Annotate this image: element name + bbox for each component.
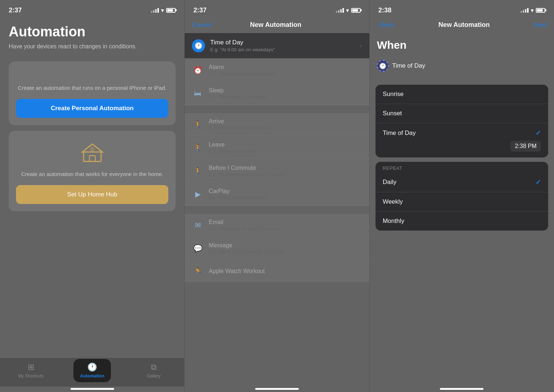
list-item-message[interactable]: 💬 Message E.g. "When I get a message fro… bbox=[185, 237, 369, 260]
workout-title: Apple Watch Workout bbox=[209, 268, 355, 275]
repeat-weekly[interactable]: Weekly bbox=[376, 192, 548, 212]
back-button[interactable]: ‹ Back bbox=[377, 21, 394, 29]
chevron-icon-email: › bbox=[360, 222, 362, 228]
list-item-carplay[interactable]: ▶ CarPlay E.g. "When CarPlay connects" › bbox=[185, 183, 369, 206]
signal-icon-3 bbox=[521, 8, 529, 13]
automation-list: 🕐 Time of Day E.g. "At 8:00 am on weekda… bbox=[185, 33, 369, 387]
nav-title-3: New Automation bbox=[438, 21, 490, 29]
personal-card-desc: Create an automation that runs on a pers… bbox=[18, 84, 166, 92]
message-subtitle: E.g. "When I get a message from Mum" bbox=[209, 249, 355, 255]
personal-automation-card: Create an automation that runs on a pers… bbox=[9, 61, 176, 125]
commute-title: Before I Commute bbox=[209, 165, 355, 171]
tab-automation-label: Automation bbox=[80, 373, 104, 379]
page-title: Automation bbox=[9, 24, 176, 40]
tab-gallery[interactable]: ⧉ Gallery bbox=[123, 363, 184, 379]
tab-my-shortcuts-label: My Shortcuts bbox=[18, 373, 44, 379]
cancel-button[interactable]: Cancel bbox=[192, 21, 211, 29]
commute-icon: 🚶 bbox=[192, 165, 204, 177]
home-hub-card: ⌂ Create an automation that works for ev… bbox=[9, 131, 176, 211]
wifi-icon-1: ▾ bbox=[161, 7, 164, 14]
repeat-daily[interactable]: Daily ✓ bbox=[376, 172, 548, 192]
tab-automation[interactable]: 🕐 Automation bbox=[61, 359, 123, 382]
arrive-title: Arrive bbox=[209, 118, 355, 125]
leave-text: Leave E.g. "When I leave work" bbox=[209, 141, 355, 154]
panel-automation-home: 2:37 ▾ Automation Have your devices reac… bbox=[0, 0, 185, 392]
list-item-leave[interactable]: 🚶 Leave E.g. "When I leave work" › bbox=[185, 136, 369, 159]
alarm-text: Alarm E.g. "When my alarm has stopped" bbox=[209, 64, 355, 76]
list-item-workout[interactable]: 🏃 Apple Watch Workout › bbox=[185, 260, 369, 282]
picker-time-of-day[interactable]: Time of Day ✓ 2:38 PM bbox=[376, 123, 548, 157]
time-of-day-picker-label: Time of Day bbox=[383, 129, 535, 137]
status-time-1: 2:37 bbox=[9, 7, 22, 14]
chevron-icon-tod: › bbox=[360, 43, 362, 49]
home-indicator-wrap-3 bbox=[370, 387, 554, 392]
list-item-email[interactable]: ✉ Email E.g. "When I get an email from J… bbox=[185, 214, 369, 237]
picker-sunset[interactable]: Sunset bbox=[376, 104, 548, 123]
home-indicator-wrap-1 bbox=[0, 387, 184, 392]
chevron-icon-workout: › bbox=[360, 268, 362, 275]
status-icons-3: ▾ bbox=[521, 7, 545, 14]
list-item-time-of-day[interactable]: 🕐 Time of Day E.g. "At 8:00 am on weekda… bbox=[185, 33, 369, 58]
when-row: 🕐 Time of Day bbox=[377, 56, 547, 75]
nav-bar-3: ‹ Back New Automation Next bbox=[370, 18, 554, 33]
tab-bar: ⊞ My Shortcuts 🕐 Automation ⧉ Gallery bbox=[0, 357, 184, 387]
status-bar-2: 2:37 ▾ bbox=[185, 0, 369, 18]
when-clock-icon: 🕐 bbox=[377, 60, 389, 72]
gallery-icon: ⧉ bbox=[151, 363, 157, 372]
monthly-label: Monthly bbox=[383, 217, 541, 225]
next-button[interactable]: Next bbox=[534, 21, 547, 29]
signal-icon-2 bbox=[336, 8, 344, 13]
status-time-3: 2:38 bbox=[378, 7, 392, 14]
alarm-icon: ⏰ bbox=[192, 64, 204, 76]
arrive-subtitle: E.g. "When I arrive at the gym" bbox=[209, 125, 355, 131]
sleep-icon: 🛏 bbox=[192, 88, 204, 99]
carplay-title: CarPlay bbox=[209, 188, 355, 195]
workout-icon: 🏃 bbox=[192, 265, 204, 277]
repeat-monthly[interactable]: Monthly bbox=[376, 212, 548, 231]
sleep-title: Sleep bbox=[209, 87, 355, 94]
message-text: Message E.g. "When I get a message from … bbox=[209, 242, 355, 255]
home-hub-icon: ⌂ bbox=[78, 141, 107, 164]
email-subtitle: E.g. "When I get an email from Jane" bbox=[209, 226, 355, 231]
email-text: Email E.g. "When I get an email from Jan… bbox=[209, 219, 355, 231]
home-indicator-wrap-2 bbox=[185, 387, 369, 392]
repeat-header: REPEAT bbox=[376, 162, 548, 172]
chevron-icon-sleep: › bbox=[360, 90, 362, 97]
workout-text: Apple Watch Workout bbox=[209, 268, 355, 275]
carplay-icon: ▶ bbox=[192, 188, 204, 200]
when-section: When 🕐 Time of Day bbox=[370, 33, 554, 79]
status-icons-1: ▾ bbox=[151, 7, 176, 14]
create-personal-automation-button[interactable]: Create Personal Automation bbox=[16, 99, 168, 118]
message-title: Message bbox=[209, 242, 355, 249]
sleep-text: Sleep E.g. "When Wind Down starts" bbox=[209, 87, 355, 100]
time-value-badge[interactable]: 2:38 PM bbox=[510, 141, 541, 152]
chevron-icon-carplay: › bbox=[360, 191, 362, 197]
time-picker-card: Sunrise Sunset Time of Day ✓ 2:38 PM bbox=[376, 85, 548, 157]
battery-icon-2 bbox=[351, 8, 361, 13]
time-of-day-icon: 🕐 bbox=[192, 39, 205, 52]
tab-my-shortcuts[interactable]: ⊞ My Shortcuts bbox=[0, 363, 61, 379]
status-bar-3: 2:38 ▾ bbox=[370, 0, 554, 18]
status-icons-2: ▾ bbox=[336, 7, 361, 14]
sunset-label: Sunset bbox=[383, 110, 541, 117]
back-chevron-icon: ‹ bbox=[377, 21, 379, 29]
set-up-home-hub-button[interactable]: Set Up Home Hub bbox=[16, 185, 168, 204]
svg-rect-6 bbox=[84, 152, 101, 161]
leave-title: Leave bbox=[209, 141, 355, 148]
carplay-subtitle: E.g. "When CarPlay connects" bbox=[209, 195, 355, 200]
home-hub-desc: Create an automation that works for ever… bbox=[21, 170, 163, 178]
email-icon: ✉ bbox=[192, 219, 204, 231]
automation-tab-icon: 🕐 bbox=[87, 363, 97, 372]
time-of-day-check-icon: ✓ bbox=[535, 129, 541, 137]
when-item-label: Time of Day bbox=[392, 62, 425, 69]
list-item-sleep[interactable]: 🛏 Sleep E.g. "When Wind Down starts" › bbox=[185, 82, 369, 105]
panel1-content: Automation Have your devices react to ch… bbox=[0, 18, 184, 357]
panel-new-automation: 2:37 ▾ Cancel New Automation 🕐 Time of D… bbox=[185, 0, 369, 392]
list-item-arrive[interactable]: 🚶 Arrive E.g. "When I arrive at the gym"… bbox=[185, 113, 369, 136]
page-subtitle: Have your devices react to changes in co… bbox=[9, 43, 176, 51]
list-item-alarm[interactable]: ⏰ Alarm E.g. "When my alarm has stopped"… bbox=[185, 59, 369, 82]
nav-title-2: New Automation bbox=[250, 21, 301, 29]
list-item-commute[interactable]: 🚶 Before I Commute E.g. "15 minutes befo… bbox=[185, 160, 369, 183]
panel-when-config: 2:38 ▾ ‹ Back New Automation Next When 🕐… bbox=[370, 0, 554, 392]
picker-sunrise[interactable]: Sunrise bbox=[376, 85, 548, 104]
